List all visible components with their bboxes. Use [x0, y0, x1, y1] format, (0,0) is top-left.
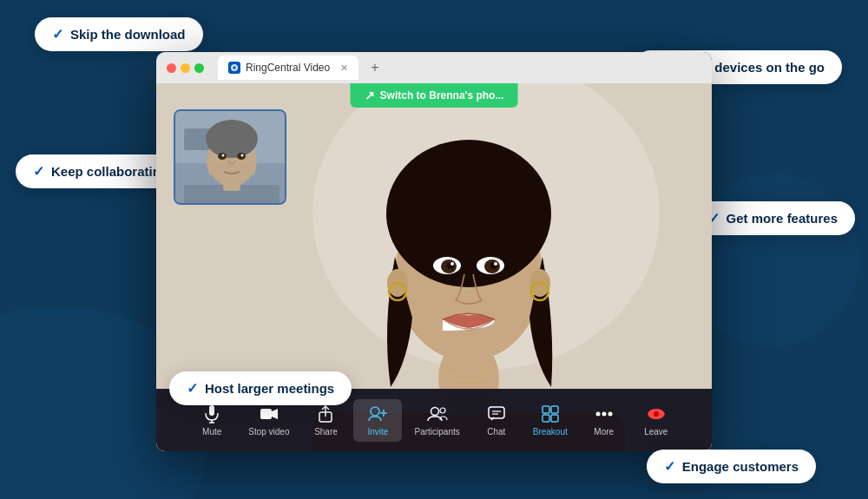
chat-button[interactable]: Chat	[472, 399, 521, 442]
svg-point-32	[222, 154, 225, 157]
svg-point-44	[440, 408, 445, 413]
svg-rect-51	[551, 415, 558, 422]
badge-host-meetings: ✓ Host larger meetings	[169, 371, 352, 405]
svg-rect-34	[209, 405, 214, 416]
svg-rect-37	[260, 409, 272, 419]
badge-engage-label: Engage customers	[682, 459, 799, 474]
invite-button[interactable]: Invite	[353, 399, 402, 442]
breakout-icon	[542, 404, 559, 423]
check-icon-engage: ✓	[664, 458, 675, 475]
badge-host-label: Host larger meetings	[205, 381, 334, 396]
man-svg	[175, 111, 286, 205]
badge-skip-download: ✓ Skip the download	[35, 17, 203, 51]
tab-favicon	[228, 62, 240, 74]
more-button[interactable]: More	[580, 399, 628, 442]
svg-point-33	[241, 154, 244, 157]
tab-close-button[interactable]: ✕	[340, 62, 348, 74]
badge-collab-label: Keep collaborating	[51, 164, 168, 179]
svg-point-55	[654, 411, 659, 417]
badge-skip-label: Skip the download	[70, 27, 186, 42]
share-label: Share	[314, 427, 338, 437]
svg-point-29	[206, 120, 258, 158]
badge-get-features: ✓ Get more features	[691, 201, 855, 235]
more-icon	[595, 404, 613, 423]
browser-tab[interactable]: RingCentral Video ✕	[218, 56, 358, 80]
chat-icon	[488, 404, 505, 423]
svg-point-19	[450, 262, 454, 266]
svg-point-54	[608, 411, 612, 416]
svg-rect-48	[542, 406, 549, 413]
mute-label: Mute	[202, 427, 221, 437]
switch-device-banner[interactable]: ↗ Switch to Brenna's pho...	[351, 83, 518, 108]
svg-point-40	[371, 407, 379, 416]
svg-rect-49	[551, 406, 558, 413]
share-icon	[318, 404, 333, 423]
check-icon-host: ✓	[187, 380, 198, 397]
bg-decoration-2	[686, 174, 859, 347]
mute-icon	[204, 404, 220, 423]
invite-icon	[368, 404, 387, 423]
invite-label: Invite	[368, 427, 389, 437]
man-video	[175, 111, 285, 203]
dot-green[interactable]	[194, 63, 204, 73]
browser-chrome: RingCentral Video ✕ +	[156, 52, 712, 83]
leave-label: Leave	[644, 427, 667, 437]
small-participant-thumbnail	[174, 109, 286, 205]
svg-rect-45	[489, 407, 504, 418]
participants-label: Participants	[414, 427, 459, 437]
participants-icon	[427, 404, 448, 423]
leave-button[interactable]: Leave	[632, 399, 681, 442]
badge-engage-customers: ✓ Engage customers	[647, 450, 816, 483]
switch-arrow-icon: ↗	[365, 89, 375, 102]
svg-point-52	[595, 411, 600, 416]
stop-video-label: Stop video	[248, 427, 289, 437]
switch-banner-text: Switch to Brenna's pho...	[380, 89, 504, 102]
tab-title: RingCentral Video	[246, 62, 330, 74]
new-tab-button[interactable]: +	[371, 60, 378, 76]
check-icon-collab: ✓	[33, 163, 44, 180]
svg-point-20	[494, 262, 497, 266]
dot-yellow[interactable]	[181, 63, 190, 73]
badge-features-label: Get more features	[727, 211, 838, 226]
svg-point-53	[602, 411, 606, 416]
breakout-label: Breakout	[533, 427, 568, 437]
stop-video-icon	[260, 404, 279, 423]
more-label: More	[594, 427, 614, 437]
svg-point-43	[431, 407, 438, 415]
leave-icon	[647, 404, 666, 423]
check-icon-skip: ✓	[52, 26, 63, 43]
browser-dots	[167, 63, 204, 73]
participants-button[interactable]: Participants	[405, 399, 468, 442]
chat-label: Chat	[487, 427, 505, 437]
dot-red[interactable]	[167, 63, 176, 73]
breakout-button[interactable]: Breakout	[524, 399, 576, 442]
svg-rect-50	[542, 415, 549, 422]
